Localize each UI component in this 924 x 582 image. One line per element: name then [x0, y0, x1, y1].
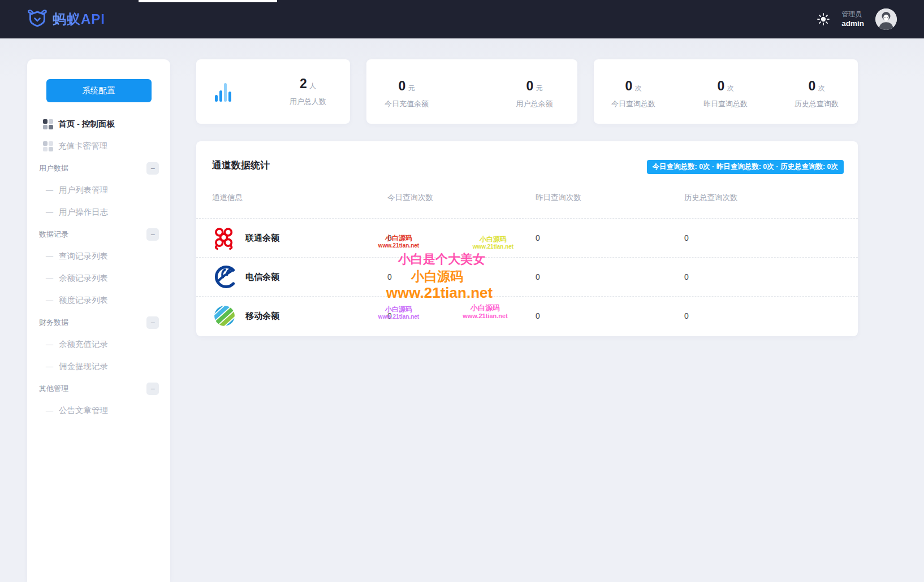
cell-today: 0 — [387, 272, 536, 281]
sidebar-item-user-list[interactable]: — 用户列表管理 — [27, 179, 170, 201]
col-channel-info: 通道信息 — [196, 193, 387, 203]
sidebar-item-card-manage[interactable]: 充值卡密管理 — [27, 135, 170, 157]
stat-today-queries: 0次 今日查询总数 — [597, 79, 670, 109]
table-row: 移动余额 0 0 0 — [196, 296, 858, 335]
grid-icon — [43, 141, 53, 151]
dash-icon: — — [46, 362, 53, 371]
sidebar-item-recharge-records[interactable]: — 余额充值记录 — [27, 333, 170, 355]
sidebar-item-balance-records[interactable]: — 余额记录列表 — [27, 267, 170, 289]
col-today: 今日查询次数 — [387, 193, 536, 203]
sidebar-section-user-data: 用户数据 − — [27, 157, 170, 179]
sidebar-section-finance: 财务数据 − — [27, 311, 170, 333]
channel-stats-panel: 通道数据统计 今日查询总数: 0次 · 昨日查询总数: 0次 · 历史总查询数:… — [196, 141, 858, 336]
sidebar-item-announcement[interactable]: — 公告文章管理 — [27, 399, 170, 422]
stat-yesterday-queries: 0次 昨日查询总数 — [689, 79, 762, 109]
dash-icon: — — [46, 208, 53, 216]
user-avatar[interactable] — [875, 8, 897, 30]
grid-icon — [43, 119, 53, 129]
card-query-counts: 0次 今日查询总数 0次 昨日查询总数 0次 历史总查询数 — [594, 59, 858, 124]
query-summary-badge: 今日查询总数: 0次 · 昨日查询总数: 0次 · 历史总查询数: 0次 — [647, 160, 844, 174]
top-navbar: 蚂蚁API 管理员 admin — [0, 0, 924, 38]
channel-name: 联通余额 — [245, 233, 279, 244]
channel-name: 移动余额 — [245, 311, 279, 322]
cell-total: 0 — [684, 311, 858, 320]
cell-total: 0 — [684, 272, 858, 281]
stat-total-balance: 0元 用户总余额 — [498, 79, 571, 109]
cell-total: 0 — [684, 233, 858, 242]
sidebar-menu: 首页 - 控制面板 充值卡密管理 用户数据 − — 用户列表管理 — 用户操作日… — [27, 113, 170, 422]
sidebar-item-commission-records[interactable]: — 佣金提现记录 — [27, 355, 170, 377]
user-role: 管理员 — [841, 10, 864, 19]
dash-icon: — — [46, 406, 53, 415]
telecom-logo — [212, 264, 237, 289]
user-info[interactable]: 管理员 admin — [841, 10, 864, 29]
theme-sun-icon[interactable] — [817, 12, 830, 26]
system-config-button[interactable]: 系统配置 — [46, 79, 152, 102]
card-total-users: 2人 用户总人数 — [196, 59, 350, 124]
stat-history-queries: 0次 历史总查询数 — [780, 79, 853, 109]
top-white-strip — [139, 0, 277, 2]
channel-name: 电信余额 — [245, 272, 279, 283]
table-row: 电信余额 0 0 0 — [196, 257, 858, 296]
collapse-minus-icon[interactable]: − — [146, 228, 159, 241]
stat-users: 2人 用户总人数 — [290, 76, 326, 107]
sidebar: 系统配置 首页 - 控制面板 充值卡密管理 用户数据 − — 用户列表管理 — … — [27, 59, 170, 582]
ant-shield-icon — [27, 8, 48, 30]
brand-logo[interactable]: 蚂蚁API — [27, 8, 105, 30]
cell-today: 0 — [387, 311, 536, 320]
bar-chart-icon — [215, 81, 231, 102]
table-row: 联通余额 0 0 0 — [196, 218, 858, 257]
user-name: admin — [841, 19, 864, 29]
cell-today: 0 — [387, 233, 536, 242]
sidebar-item-user-log[interactable]: — 用户操作日志 — [27, 201, 170, 223]
mobile-logo — [212, 303, 237, 328]
stat-today-recharge: 0元 今日充值余额 — [370, 79, 443, 109]
dash-icon: — — [46, 186, 53, 194]
cell-yesterday: 0 — [536, 233, 684, 242]
dash-icon: — — [46, 274, 53, 283]
collapse-minus-icon[interactable]: − — [146, 316, 159, 329]
sidebar-item-quota-records[interactable]: — 额度记录列表 — [27, 289, 170, 311]
cell-yesterday: 0 — [536, 311, 684, 320]
dash-icon: — — [46, 296, 53, 305]
sidebar-section-other: 其他管理 − — [27, 377, 170, 399]
panel-title: 通道数据统计 — [212, 159, 270, 172]
card-balances: 0元 今日充值余额 0元 用户总余额 — [366, 59, 577, 124]
sidebar-section-data-records: 数据记录 − — [27, 223, 170, 245]
collapse-minus-icon[interactable]: − — [146, 162, 159, 175]
collapse-minus-icon[interactable]: − — [146, 383, 159, 395]
navbar-right: 管理员 admin — [817, 8, 897, 30]
col-yesterday: 昨日查询次数 — [536, 193, 684, 203]
col-total: 历史总查询次数 — [684, 193, 858, 203]
table-body: 联通余额 0 0 0 电信余额 0 0 0 — [196, 218, 858, 335]
unicom-logo — [212, 225, 237, 250]
dash-icon: — — [46, 340, 53, 349]
sidebar-item-query-records[interactable]: — 查询记录列表 — [27, 245, 170, 267]
table-header: 通道信息 今日查询次数 昨日查询次数 历史总查询次数 — [196, 193, 858, 203]
dash-icon: — — [46, 252, 53, 260]
cell-yesterday: 0 — [536, 272, 684, 281]
sidebar-item-dashboard[interactable]: 首页 - 控制面板 — [27, 113, 170, 135]
brand-title: 蚂蚁API — [53, 10, 105, 28]
